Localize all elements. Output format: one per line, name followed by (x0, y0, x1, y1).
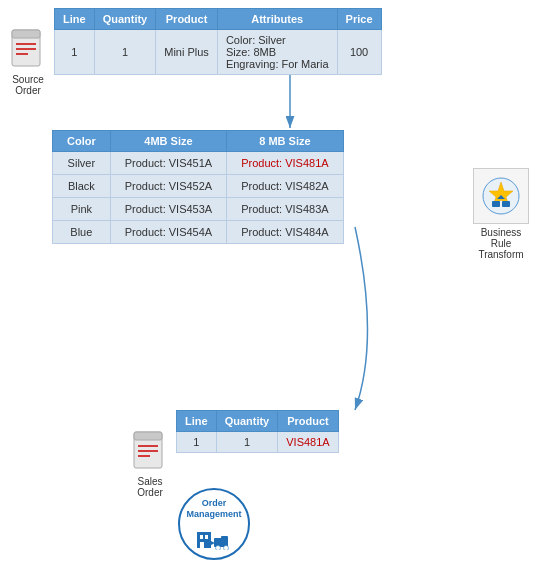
biz-rule-label: Business Rule Transform (478, 227, 523, 260)
biz-rule-transform: Business Rule Transform (466, 168, 536, 260)
lookup-row-silver: Silver Product: VIS451A Product: VIS481A (53, 152, 344, 175)
source-row-product: Mini Plus (156, 30, 218, 75)
lookup-color-silver: Silver (53, 152, 111, 175)
svg-rect-9 (502, 201, 510, 207)
svg-rect-18 (205, 535, 208, 539)
lookup-color-blue: Blue (53, 221, 111, 244)
lookup-table: Color 4MB Size 8 MB Size Silver Product:… (52, 130, 344, 244)
lookup-color-pink: Pink (53, 198, 111, 221)
sales-order-section: SalesOrder Line Quantity Product 1 1 VIS… (130, 410, 339, 498)
source-order-icon: Source Order (8, 28, 48, 96)
svg-rect-17 (200, 535, 203, 539)
sales-header-line: Line (177, 411, 217, 432)
diagram-container: Source Order Line Quantity Product Attri… (0, 0, 554, 578)
svg-rect-12 (134, 432, 162, 440)
sales-header-quantity: Quantity (216, 411, 278, 432)
lookup-8mb-black: Product: VIS482A (227, 175, 343, 198)
svg-rect-21 (221, 536, 228, 541)
source-order-doc-icon (8, 28, 48, 72)
source-table-header-attributes: Attributes (217, 9, 337, 30)
sales-order-doc-icon (130, 430, 170, 474)
source-row-quantity: 1 (94, 30, 156, 75)
order-mgmt-circle: Order Management (178, 488, 250, 560)
order-mgmt-label: Order Management (186, 498, 241, 520)
order-management: Order Management (178, 488, 250, 560)
lookup-8mb-blue: Product: VIS484A (227, 221, 343, 244)
biz-rule-icon (479, 174, 523, 218)
sales-header-product: Product (278, 411, 338, 432)
source-row-attributes: Color: Silver Size: 8MB Engraving: For M… (217, 30, 337, 75)
sales-order-icon: SalesOrder (130, 430, 170, 498)
sales-table-row: 1 1 VIS481A (177, 432, 339, 453)
lookup-8mb-silver: Product: VIS481A (227, 152, 343, 175)
sales-order-table: Line Quantity Product 1 1 VIS481A (176, 410, 339, 453)
lookup-header-8mb: 8 MB Size (227, 131, 343, 152)
sales-order-label: SalesOrder (137, 476, 163, 498)
lookup-section: Color 4MB Size 8 MB Size Silver Product:… (52, 130, 344, 244)
svg-rect-19 (200, 542, 204, 548)
lookup-header-4mb: 4MB Size (110, 131, 226, 152)
lookup-color-black: Black (53, 175, 111, 198)
lookup-4mb-silver: Product: VIS451A (110, 152, 226, 175)
source-order-label: Source Order (12, 74, 44, 96)
sales-row-product: VIS481A (278, 432, 338, 453)
svg-point-23 (224, 545, 229, 550)
source-order-table: Line Quantity Product Attributes Price 1… (54, 8, 382, 75)
source-table-header-quantity: Quantity (94, 9, 156, 30)
source-row-price: 100 (337, 30, 381, 75)
lookup-4mb-pink: Product: VIS453A (110, 198, 226, 221)
source-table-row: 1 1 Mini Plus Color: Silver Size: 8MB En… (55, 30, 382, 75)
biz-rule-icon-box (473, 168, 529, 224)
source-table-header-product: Product (156, 9, 218, 30)
svg-rect-2 (12, 30, 40, 38)
sales-row-line: 1 (177, 432, 217, 453)
svg-rect-8 (492, 201, 500, 207)
lookup-4mb-blue: Product: VIS454A (110, 221, 226, 244)
lookup-row-blue: Blue Product: VIS454A Product: VIS484A (53, 221, 344, 244)
source-table-header-line: Line (55, 9, 95, 30)
svg-point-22 (216, 545, 221, 550)
source-order-section: Source Order Line Quantity Product Attri… (8, 8, 382, 96)
order-mgmt-icon (195, 522, 233, 550)
sales-row-quantity: 1 (216, 432, 278, 453)
source-table-header-price: Price (337, 9, 381, 30)
source-row-line: 1 (55, 30, 95, 75)
lookup-4mb-black: Product: VIS452A (110, 175, 226, 198)
lookup-header-color: Color (53, 131, 111, 152)
lookup-row-black: Black Product: VIS452A Product: VIS482A (53, 175, 344, 198)
lookup-row-pink: Pink Product: VIS453A Product: VIS483A (53, 198, 344, 221)
lookup-8mb-pink: Product: VIS483A (227, 198, 343, 221)
